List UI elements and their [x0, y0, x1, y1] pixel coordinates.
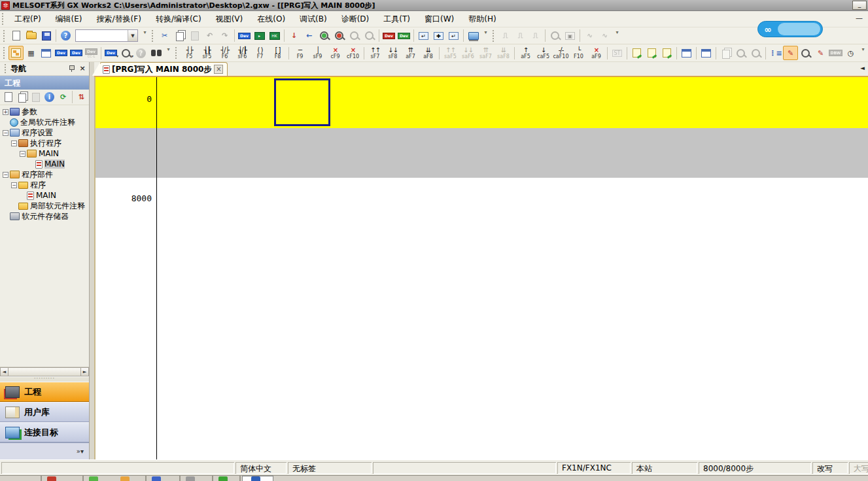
- parallel-rising-pulse-button[interactable]: ⇈aF7: [402, 45, 419, 61]
- find-replace-icon[interactable]: [148, 46, 164, 60]
- edit-device-comment-icon[interactable]: [629, 46, 644, 60]
- menu-p[interactable]: 工程(P): [7, 12, 48, 26]
- toolbar-grip[interactable]: [152, 30, 155, 42]
- copy-data-icon[interactable]: [15, 91, 29, 104]
- application-instruction-button[interactable]: [ ]F8: [269, 45, 286, 61]
- open-contact-button[interactable]: ┤├F5: [181, 45, 198, 61]
- minimize-button[interactable]: _: [852, 1, 867, 10]
- save-project-icon[interactable]: [39, 29, 54, 43]
- taskbar-icon-2[interactable]: [89, 476, 98, 481]
- monitor-write-mode-icon[interactable]: ✎: [813, 46, 828, 60]
- device-comment-search-icon[interactable]: Dev: [237, 29, 252, 43]
- toolbar-grip[interactable]: [175, 47, 179, 59]
- tree-item-execution-program[interactable]: −执行程序: [0, 138, 89, 148]
- invert-contact-button[interactable]: -/-caF10: [552, 45, 570, 61]
- ladder-cell-cursor[interactable]: [274, 78, 330, 126]
- project-tree-toggle-icon[interactable]: [9, 46, 24, 60]
- tree-item-main-group[interactable]: −MAIN: [0, 148, 89, 159]
- baidu-netdisk-widget[interactable]: ∞: [757, 21, 823, 37]
- tree-item-program-setting[interactable]: −程序设置: [0, 127, 89, 138]
- cross-reference-icon[interactable]: ↵: [416, 29, 431, 43]
- delete-horizontal-line-button[interactable]: ×cF9: [326, 45, 344, 61]
- pin-icon[interactable]: [67, 65, 75, 73]
- close-contact-button[interactable]: ┤/├F6: [216, 45, 234, 61]
- menu-t[interactable]: 工具(T): [376, 12, 417, 26]
- toolbar-overflow-chevron[interactable]: ▾: [614, 29, 621, 42]
- taskbar-icon-3[interactable]: [120, 476, 130, 481]
- tree-expand-icon[interactable]: +: [3, 109, 9, 115]
- menu-b[interactable]: 调试(B): [292, 12, 334, 26]
- toolbar-overflow-chevron[interactable]: ▾: [165, 46, 172, 59]
- windows-taskbar[interactable]: [0, 475, 868, 481]
- tree-item-main-pou[interactable]: MAIN: [0, 190, 89, 201]
- transfer-setup-icon[interactable]: [466, 29, 481, 43]
- taskbar-icon-5[interactable]: [186, 476, 195, 481]
- parallel-open-contact-button[interactable]: ┧┠sF5: [198, 45, 216, 61]
- tree-item-main-program[interactable]: MAIN: [0, 159, 89, 169]
- open-project-icon[interactable]: [24, 29, 39, 43]
- taskbar-icon-7[interactable]: [251, 476, 260, 481]
- device-test-icon[interactable]: ▸: [252, 29, 267, 43]
- toolbar-overflow-chevron[interactable]: ▾: [141, 29, 148, 42]
- ladder-editor-canvas[interactable]: 0 8000: [94, 77, 868, 459]
- nav-button-user-library[interactable]: 用户库: [0, 402, 89, 422]
- coil-button[interactable]: ( )F7: [251, 45, 269, 61]
- new-data-icon[interactable]: [1, 91, 15, 104]
- rung-insert-icon[interactable]: [679, 46, 694, 60]
- mdi-minimize-button[interactable]: —: [856, 14, 863, 22]
- rung-write-icon[interactable]: [699, 46, 714, 60]
- combo-dropdown-icon[interactable]: ▼: [128, 30, 137, 41]
- device-memory-icon[interactable]: Dev: [69, 46, 84, 60]
- edit-note-icon[interactable]: [659, 46, 674, 60]
- menu-w[interactable]: 窗口(W): [417, 12, 461, 26]
- monitor-stop-icon[interactable]: [332, 29, 347, 43]
- new-project-icon[interactable]: [9, 29, 24, 43]
- nav-button-project[interactable]: 工程: [0, 382, 89, 402]
- scroll-right-icon[interactable]: ►: [80, 367, 89, 376]
- nav-button-connection-destination[interactable]: 连接目标: [0, 422, 89, 442]
- falling-pulse-button[interactable]: ↓↓sF8: [384, 45, 402, 61]
- toolbar-grip[interactable]: [3, 30, 7, 42]
- nav-horizontal-scrollbar[interactable]: ◄ ►: [0, 367, 89, 376]
- cut-icon[interactable]: ✂: [157, 29, 172, 43]
- module-configuration-icon[interactable]: ▦: [24, 46, 39, 60]
- nav-overflow-down-icon[interactable]: ▾: [80, 448, 84, 454]
- write-to-plc-icon[interactable]: ↓: [286, 29, 302, 43]
- edit-statement-icon[interactable]: [644, 46, 659, 60]
- data-property-icon[interactable]: i: [43, 91, 56, 104]
- device-batch-monitor-icon[interactable]: HK: [267, 29, 282, 43]
- scroll-thumb[interactable]: [8, 367, 81, 376]
- tree-item-parameter[interactable]: +参数: [0, 107, 89, 117]
- nav-splitter-grip[interactable]: ·········: [0, 376, 89, 382]
- refresh-view-icon[interactable]: ⟳: [56, 91, 70, 104]
- write-mode-icon[interactable]: ✎: [783, 46, 798, 60]
- parallel-falling-pulse-button[interactable]: ⇊aF8: [419, 45, 437, 61]
- taskbar-icon-4[interactable]: [152, 476, 161, 481]
- taskbar-icon-6[interactable]: [218, 476, 228, 481]
- tree-item-pou[interactable]: −程序部件: [0, 169, 89, 180]
- copy-icon[interactable]: [172, 29, 187, 43]
- tree-item-program-folder[interactable]: −程序: [0, 180, 89, 190]
- menu-d[interactable]: 诊断(D): [334, 12, 377, 26]
- read-mode-icon[interactable]: [798, 46, 813, 60]
- menu-c[interactable]: 转换/编译(C): [148, 12, 209, 26]
- horizontal-line-button[interactable]: ─F9: [291, 45, 309, 61]
- toolbar-overflow-chevron[interactable]: ▾: [859, 46, 867, 59]
- delete-vertical-line-button[interactable]: ×cF10: [344, 45, 362, 61]
- work-window-icon[interactable]: [39, 46, 54, 60]
- device-comment-list-icon[interactable]: Dev: [54, 46, 69, 60]
- menu-f[interactable]: 搜索/替换(F): [90, 12, 148, 26]
- tab-prg-main[interactable]: [PRG]写入 MAIN 8000步 ×: [99, 62, 228, 76]
- display-scale-icon[interactable]: ◷: [843, 46, 858, 60]
- monitor-start-icon[interactable]: [317, 29, 332, 43]
- menu-e[interactable]: 编辑(E): [48, 12, 90, 26]
- jump-window-icon[interactable]: ↵: [446, 29, 461, 43]
- tab-scroll-left-icon[interactable]: ◄: [860, 65, 865, 71]
- invert-operation-results-button[interactable]: ↑aF5: [517, 45, 534, 61]
- quick-find-combo[interactable]: ▼: [75, 29, 138, 42]
- close-icon[interactable]: ×: [78, 65, 87, 73]
- device-display-mode-icon[interactable]: Dev▾: [103, 46, 118, 60]
- device-use-list-icon[interactable]: ✚: [431, 29, 446, 43]
- tree-item-local-device-comment[interactable]: 局部软元件注释: [0, 201, 89, 211]
- tree-expand-icon[interactable]: −: [3, 130, 9, 136]
